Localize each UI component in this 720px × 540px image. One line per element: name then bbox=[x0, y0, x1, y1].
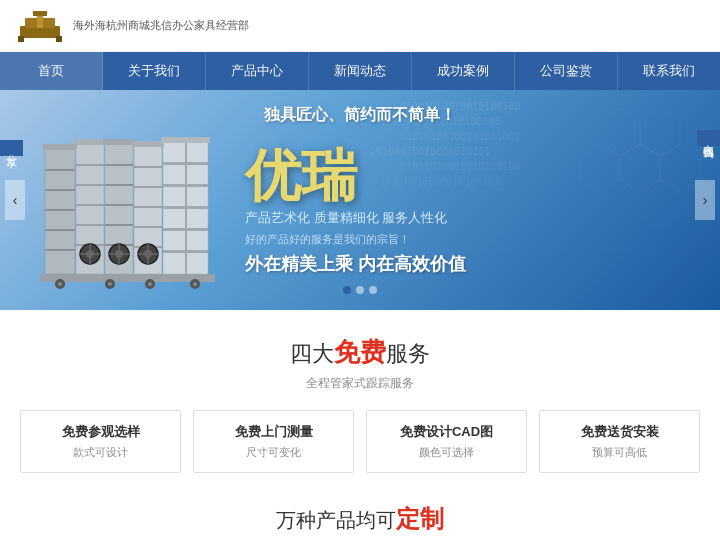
banner-slogan: 独具匠心、简约而不简单！ bbox=[20, 105, 700, 126]
svg-rect-74 bbox=[161, 137, 210, 143]
nav-item-contact[interactable]: 联系我们 bbox=[618, 52, 720, 90]
svg-rect-71 bbox=[74, 139, 106, 145]
svg-rect-69 bbox=[185, 142, 187, 274]
svg-rect-31 bbox=[45, 229, 75, 231]
logo-icon bbox=[15, 8, 65, 43]
custom-title-highlight: 定制 bbox=[396, 505, 444, 532]
svg-rect-70 bbox=[43, 144, 77, 150]
banner-dots bbox=[343, 278, 377, 302]
svg-rect-36 bbox=[76, 204, 104, 206]
banner-dot-3[interactable] bbox=[369, 286, 377, 294]
svg-rect-54 bbox=[134, 166, 162, 168]
nav-item-products[interactable]: 产品中心 bbox=[206, 52, 309, 90]
services-title-prefix: 四大 bbox=[290, 341, 334, 366]
svg-rect-44 bbox=[105, 164, 133, 166]
service-desc-1: 款式可设计 bbox=[29, 445, 172, 460]
svg-rect-55 bbox=[134, 186, 162, 188]
service-item-1: 免费参观选样 款式可设计 bbox=[20, 410, 181, 473]
service-title-2: 免费上门测量 bbox=[202, 423, 345, 441]
svg-rect-2 bbox=[18, 36, 24, 42]
header: 海外海杭州商城兆信办公家具经营部 bbox=[0, 0, 720, 52]
svg-rect-18 bbox=[40, 274, 215, 282]
share-sidebar[interactable]: 分享 bbox=[0, 140, 23, 156]
main-nav: 首页 关于我们 产品中心 新闻动态 成功案例 公司鉴赏 联系我们 bbox=[0, 52, 720, 90]
consult-sidebar[interactable]: 在线咨询 bbox=[697, 130, 720, 146]
nav-item-cases[interactable]: 成功案例 bbox=[412, 52, 515, 90]
services-title: 四大免费服务 bbox=[20, 335, 700, 370]
banner-prev-arrow[interactable]: ‹ bbox=[5, 180, 25, 220]
custom-section: 万种产品均可定制 为您定制个性化办公环境 bbox=[0, 488, 720, 540]
banner-brand-text: 优瑞 bbox=[245, 144, 357, 207]
banner-next-arrow[interactable]: › bbox=[695, 180, 715, 220]
services-title-suffix: 服务 bbox=[386, 341, 430, 366]
svg-rect-27 bbox=[45, 149, 75, 274]
service-title-3: 免费设计CAD图 bbox=[375, 423, 518, 441]
svg-point-24 bbox=[148, 282, 152, 286]
service-title-1: 免费参观选样 bbox=[29, 423, 172, 441]
custom-title: 万种产品均可定制 bbox=[20, 503, 700, 535]
svg-rect-72 bbox=[103, 139, 135, 145]
svg-rect-73 bbox=[132, 141, 164, 147]
logo-area: 海外海杭州商城兆信办公家具经营部 bbox=[15, 8, 249, 43]
service-desc-3: 颜色可选择 bbox=[375, 445, 518, 460]
custom-title-prefix: 万种产品均可 bbox=[276, 509, 396, 531]
shelf-illustration bbox=[30, 134, 225, 289]
banner-text-area: 优瑞 产品艺术化 质量精细化 服务人性化 好的产品好的服务是我们的宗旨！ 外在精… bbox=[225, 148, 690, 276]
services-subtitle: 全程管家式跟踪服务 bbox=[20, 375, 700, 392]
svg-point-22 bbox=[108, 282, 112, 286]
service-item-2: 免费上门测量 尺寸可变化 bbox=[193, 410, 354, 473]
svg-rect-45 bbox=[105, 184, 133, 186]
svg-rect-34 bbox=[76, 164, 104, 166]
banner-tagline1: 产品艺术化 质量精细化 服务人性化 bbox=[245, 209, 690, 227]
svg-point-26 bbox=[193, 282, 197, 286]
svg-rect-46 bbox=[105, 204, 133, 206]
service-desc-2: 尺寸可变化 bbox=[202, 445, 345, 460]
service-title-4: 免费送货安装 bbox=[548, 423, 691, 441]
svg-rect-57 bbox=[134, 226, 162, 228]
svg-point-20 bbox=[58, 282, 62, 286]
banner-main: 优瑞 产品艺术化 质量精细化 服务人性化 好的产品好的服务是我们的宗旨！ 外在精… bbox=[20, 134, 700, 289]
logo-text: 海外海杭州商城兆信办公家具经营部 bbox=[73, 18, 249, 33]
services-title-highlight: 免费 bbox=[334, 337, 386, 367]
banner-tagline2: 好的产品好的服务是我们的宗旨！ bbox=[245, 232, 690, 247]
service-item-4: 免费送货安装 预算可高低 bbox=[539, 410, 700, 473]
banner-brand: 优瑞 bbox=[245, 148, 357, 204]
service-item-3: 免费设计CAD图 颜色可选择 bbox=[366, 410, 527, 473]
nav-item-gallery[interactable]: 公司鉴赏 bbox=[515, 52, 618, 90]
banner-content: 独具匠心、简约而不简单！ bbox=[0, 90, 720, 304]
svg-rect-37 bbox=[76, 224, 104, 226]
nav-item-home[interactable]: 首页 bbox=[0, 52, 103, 90]
nav-item-about[interactable]: 关于我们 bbox=[103, 52, 206, 90]
svg-rect-47 bbox=[105, 224, 133, 226]
svg-rect-5 bbox=[33, 11, 47, 16]
services-section: 四大免费服务 全程管家式跟踪服务 免费参观选样 款式可设计 免费上门测量 尺寸可… bbox=[0, 310, 720, 488]
nav-item-news[interactable]: 新闻动态 bbox=[309, 52, 412, 90]
svg-rect-32 bbox=[45, 249, 75, 251]
svg-rect-35 bbox=[76, 184, 104, 186]
svg-rect-30 bbox=[45, 209, 75, 211]
service-desc-4: 预算可高低 bbox=[548, 445, 691, 460]
banner-dot-1[interactable] bbox=[343, 286, 351, 294]
banner: 01001010010010100100 1001001001001010010… bbox=[0, 90, 720, 310]
svg-rect-29 bbox=[45, 189, 75, 191]
services-grid: 免费参观选样 款式可设计 免费上门测量 尺寸可变化 免费设计CAD图 颜色可选择… bbox=[20, 410, 700, 473]
svg-rect-56 bbox=[134, 206, 162, 208]
svg-rect-28 bbox=[45, 169, 75, 171]
svg-rect-3 bbox=[56, 36, 62, 42]
banner-tagline3: 外在精美上乘 内在高效价值 bbox=[245, 252, 690, 276]
logo-company-name: 海外海杭州商城兆信办公家具经营部 bbox=[73, 18, 249, 33]
banner-dot-2[interactable] bbox=[356, 286, 364, 294]
